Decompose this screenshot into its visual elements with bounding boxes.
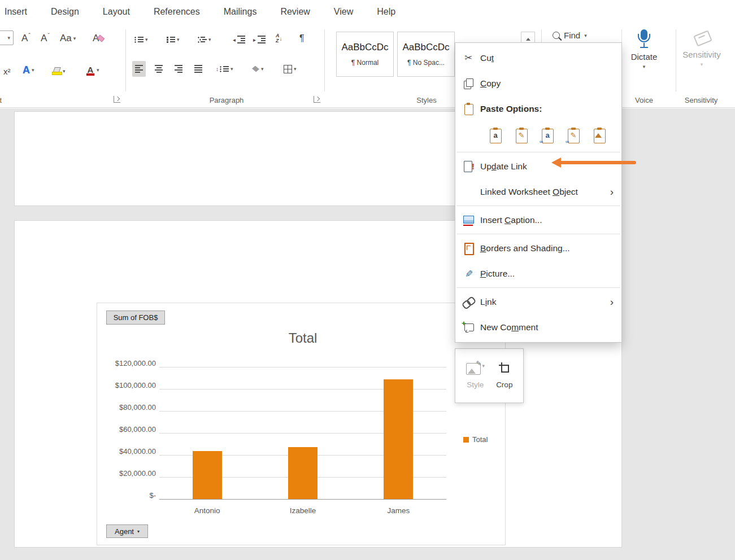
tab-layout[interactable]: Layout [91,0,142,24]
menu-item-cut[interactable]: Cut [455,45,621,71]
menu-item-link[interactable]: Link [455,289,621,314]
numbering-button[interactable] [164,32,182,47]
x-axis-category-label: Antonio [194,506,220,515]
find-button[interactable]: Find ▾ [553,30,587,40]
increase-indent-button[interactable]: ▸ [251,32,268,47]
increase-indent-icon [257,36,266,43]
menu-item-label: Insert Caption... [480,215,542,225]
align-right-button[interactable] [172,61,185,77]
tab-references[interactable]: References [142,0,212,24]
x-axis-line [159,499,446,500]
ribbon-tabs: InsertDesignLayoutReferencesMailingsRevi… [0,0,735,24]
text-effects-glyph: A [23,64,30,76]
tab-help[interactable]: Help [365,0,407,24]
menu-item-label: Paste Options: [480,104,542,114]
picture-pencil-icon [462,268,475,280]
shading-button[interactable] [250,61,266,77]
crop-button[interactable]: Crop [493,358,516,393]
style-name: ¶ Normal [351,59,379,67]
chart-title: Total [159,330,446,346]
style-card-no-spacing[interactable]: AaBbCcDc ¶ No Spac... [397,32,455,77]
style-button[interactable]: ▾ Style [463,358,489,393]
menu-item-borders-and-shading[interactable]: Borders and Shading... [455,235,621,261]
menu-item-picture[interactable]: Picture... [455,261,621,286]
paste-option-keep-source-formatting[interactable]: a [487,126,504,146]
bars [159,367,446,499]
pivot-field-button[interactable]: Sum of FOB$ [106,310,165,325]
tab-design[interactable]: Design [39,0,91,24]
paste-options-row: a ✎ a∞ ✎∞ [455,121,621,151]
menu-separator [456,234,620,234]
change-case-glyph: Aa [60,33,72,44]
menu-item-new-comment[interactable]: New Comment [455,314,621,340]
style-label: Style [467,380,484,389]
styles-group-label: Styles [416,96,436,104]
menu-separator [456,205,620,206]
tab-review[interactable]: Review [268,0,321,24]
pivot-axis-button[interactable]: Agent▾ [106,524,148,538]
align-left-button[interactable] [132,61,146,77]
show-paragraph-marks-button[interactable]: ¶ [297,30,307,46]
paste-option-link-and-keep-source-formatting[interactable]: a∞ [539,126,556,146]
menu-item-label: Picture... [480,269,515,279]
menu-item-label: Copy [480,78,501,89]
line-spacing-button[interactable]: ↕ [214,61,236,77]
sort-button[interactable]: AZ↓ [273,30,286,46]
y-axis-tick-label: $40,000.00 [97,447,156,456]
tab-view[interactable]: View [322,0,365,24]
menu-separator [456,152,620,152]
bullets-button[interactable] [132,32,150,47]
paste-option-link-and-use-destination-styles[interactable]: ✎∞ [565,126,582,146]
menu-item-insert-caption[interactable]: Insert Caption... [455,207,621,233]
grow-font-glyph: A [21,33,28,44]
font-color-icon: A [86,65,95,75]
y-axis-tick-label: $80,000.00 [97,403,156,412]
borders-button[interactable] [281,61,299,77]
sensitivity-icon [693,29,710,47]
y-axis-tick-label: $20,000.00 [97,469,156,478]
text-effects-button[interactable]: A [20,62,37,78]
highlight-color-button[interactable] [50,63,68,79]
justify-button[interactable] [192,61,205,77]
picture-mini-toolbar: ▾ Style Crop [455,348,524,403]
paste-option-merge-formatting[interactable]: ✎ [513,126,530,146]
font-color-button[interactable]: A [84,62,102,78]
font-size-combo[interactable] [0,30,14,45]
sensitivity-button[interactable]: Sensitivity ▾ [680,29,723,67]
style-card-normal[interactable]: AaBbCcDc ¶ Normal [336,32,394,77]
legend-label: Total [472,435,488,444]
font-dialog-launcher[interactable] [114,96,120,103]
multilevel-list-icon [198,36,207,43]
align-center-icon [154,65,163,73]
tab-mailings[interactable]: Mailings [212,0,269,24]
group-divider [125,29,126,91]
paragraph-group-label: Paragraph [210,96,244,104]
empty-icon [462,186,475,198]
menu-item-linked-worksheet-object[interactable]: Linked Worksheet Object [455,179,621,204]
grow-font-button[interactable]: Aˆ [19,30,33,46]
menu-item-copy[interactable]: Copy [455,71,621,96]
find-label: Find [564,30,580,40]
menu-item-label: New Comment [480,322,538,333]
align-left-icon [134,65,143,73]
change-case-button[interactable]: Aa [58,30,78,46]
style-name: ¶ No Spac... [407,59,445,67]
superscript-button[interactable]: x² [1,63,13,79]
new-comment-icon [462,321,475,334]
superscript-glyph: x² [3,67,11,76]
menu-item-update-link[interactable]: Update Link [455,154,621,179]
paste-option-picture[interactable] [591,126,608,146]
dictate-button[interactable]: Dictate ▾ [626,29,662,69]
menu-item-label: Borders and Shading... [480,243,570,253]
linked-chart-object[interactable]: Sum of FOB$ Total $120,000.00$100,000.00… [97,303,506,545]
multilevel-list-button[interactable] [195,32,214,47]
shrink-font-button[interactable]: Aˇ [38,30,52,46]
scissors-icon [462,52,475,64]
align-center-button[interactable] [152,61,166,77]
decrease-indent-button[interactable]: ◂ [230,32,248,47]
pivot-axis-label: Agent [115,527,134,536]
clear-formatting-button[interactable]: A [90,30,101,46]
borders-icon [284,65,292,73]
tab-insert[interactable]: Insert [5,0,39,24]
paragraph-dialog-launcher[interactable] [314,96,320,103]
